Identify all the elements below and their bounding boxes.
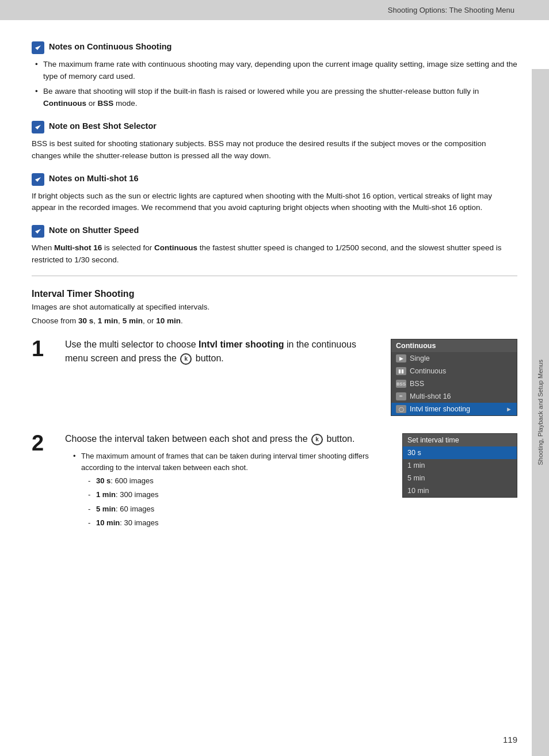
menu-item-intvl[interactable]: ◯ Intvl timer shooting ► [391,403,517,415]
menu-item-bss[interactable]: BSS BSS [391,377,517,390]
menu-item-continuous-label: Continuous [410,367,446,375]
menu-box-1: Continuous ▶ Single ▮▮ Continuous BSS BS… [391,339,517,416]
step-2-number: 2 [32,432,54,454]
interval-item-5min[interactable]: 5 min [403,472,517,484]
interval-section-choose: Choose from 30 s, 1 min, 5 min, or 10 mi… [32,315,517,327]
step-2-container: 2 Choose the interval taken between each… [32,432,517,531]
menu-arrow: ► [506,406,512,413]
ok-button-step2: k [311,434,323,445]
note-icon-best-shot [32,121,44,133]
sub-item-5min: 5 min: 60 images [88,503,391,515]
note-multishot16: Notes on Multi-shot 16 [32,173,517,186]
note-icon-multishot16 [32,173,44,186]
menu-item-continuous[interactable]: ▮▮ Continuous [391,365,517,377]
menu-item-single[interactable]: ▶ Single [391,352,517,365]
step-1-text: Use the multi selector to choose Intvl t… [65,338,379,365]
menu-item-single-label: Single [410,354,430,362]
note-continuous-body: The maximum frame rate with continuous s… [32,59,517,110]
menu-box-1-title: Continuous [391,339,517,352]
note-icon-continuous [32,41,44,54]
bss-icon: BSS [396,380,406,388]
page-number: 119 [503,735,517,744]
step-2-text: Choose the interval taken between each s… [65,432,391,446]
single-icon: ▶ [396,354,406,362]
note-continuous-shooting: Notes on Continuous Shooting [32,41,517,54]
interval-section-title: Interval Timer Shooting [32,289,517,299]
divider [32,276,517,276]
menu-item-multishot16[interactable]: ✏ Multi-shot 16 [391,390,517,403]
note-icon-shutter-speed [32,225,44,238]
sub-item-1min: 1 min: 300 images [88,489,391,501]
note-best-shot-body: BSS is best suited for shooting stationa… [32,138,517,162]
intvl-icon: ◯ [396,405,406,413]
ok-button-step1: k [180,353,192,365]
sub-item-10min: 10 min: 30 images [88,517,391,529]
interval-box: Set interval time 30 s 1 min 5 min 10 mi… [402,433,517,498]
step-2-content: Choose the interval taken between each s… [65,432,391,531]
step-1-content: Use the multi selector to choose Intvl t… [65,338,379,365]
interval-item-1min[interactable]: 1 min [403,459,517,472]
main-content: Notes on Continuous Shooting The maximum… [0,20,549,548]
list-item: The maximum frame rate with continuous s… [32,59,517,83]
interval-item-30s[interactable]: 30 s [403,446,517,459]
multishot16-icon: ✏ [396,392,406,400]
interval-section-intro: Images are shot automatically at specifi… [32,301,517,314]
header-title: Shooting Options: The Shooting Menu [388,6,514,14]
step-2-sub-intro: The maximum amount of frames that can be… [73,450,391,529]
step-2-sub: The maximum amount of frames that can be… [65,450,391,529]
note-continuous-title: Notes on Continuous Shooting [49,41,171,52]
menu-item-intvl-label: Intvl timer shooting [410,405,470,413]
sidebar: Shooting, Playback and Setup Menus [532,69,549,756]
note-multishot16-title: Notes on Multi-shot 16 [49,173,138,184]
note-multishot16-body: If bright objects such as the sun or ele… [32,190,517,215]
note-shutter-speed-body: When Multi-shot 16 is selected for Conti… [32,242,517,266]
menu-item-bss-label: BSS [410,380,424,388]
note-best-shot-title: Note on Best Shot Selector [49,120,157,132]
menu-item-multishot16-label: Multi-shot 16 [410,392,451,400]
list-item: Be aware that shooting will stop if the … [32,86,517,110]
interval-box-title: Set interval time [403,434,517,446]
sidebar-label: Shooting, Playback and Setup Menus [537,360,544,465]
step-1-number: 1 [32,338,54,360]
note-best-shot: Note on Best Shot Selector [32,120,517,133]
interval-item-10min[interactable]: 10 min [403,484,517,497]
note-shutter-speed: Note on Shutter Speed [32,224,517,238]
page-header: Shooting Options: The Shooting Menu [0,0,549,20]
sub-item-30s: 30 s: 600 images [88,475,391,487]
step-1-container: 1 Use the multi selector to choose Intvl… [32,338,517,416]
continuous-icon: ▮▮ [396,367,406,375]
note-shutter-speed-title: Note on Shutter Speed [49,224,139,236]
